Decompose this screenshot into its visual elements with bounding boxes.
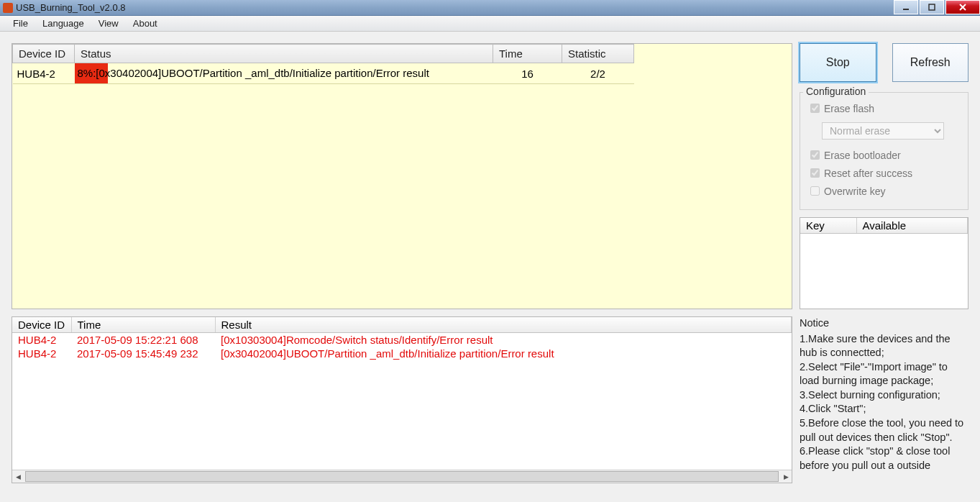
horizontal-scrollbar[interactable]: ◀ ▶	[12, 470, 792, 483]
menu-about[interactable]: About	[126, 16, 165, 32]
log-row[interactable]: HUB4-2 2017-05-09 15:45:49 232 [0x304020…	[12, 347, 792, 360]
device-cell-stat: 2/2	[562, 63, 634, 84]
status-text: 8%:[0x30402004]UBOOT/Partition _aml_dtb/…	[75, 63, 493, 83]
log-table: Device ID Time Result	[12, 317, 792, 333]
key-panel: Key Available	[800, 217, 968, 309]
log-panel: Device ID Time Result HUB4-2 2017-05-09 …	[12, 316, 792, 483]
log-cell-time: 2017-05-09 15:22:21 608	[71, 333, 215, 347]
refresh-button[interactable]: Refresh	[892, 43, 969, 82]
erase-mode-select[interactable]: Normal erase	[822, 122, 944, 140]
device-cell-id: HUB4-2	[13, 63, 75, 84]
device-header-time[interactable]: Time	[493, 45, 562, 63]
erase-flash-input[interactable]	[810, 104, 820, 113]
log-header-result[interactable]: Result	[215, 317, 792, 333]
device-header-id[interactable]: Device ID	[13, 45, 75, 63]
key-header-key[interactable]: Key	[800, 218, 856, 234]
menu-file[interactable]: File	[6, 16, 35, 32]
log-row[interactable]: HUB4-2 2017-05-09 15:22:21 608 [0x103030…	[12, 333, 792, 347]
scroll-thumb[interactable]	[25, 471, 779, 482]
button-row: Stop Refresh	[800, 43, 968, 82]
key-header-available[interactable]: Available	[856, 218, 968, 234]
close-button[interactable]	[945, 0, 980, 14]
log-cell-id: HUB4-2	[12, 333, 71, 347]
notice-line-2: 2.Select "File"-"Import image" to load b…	[800, 360, 968, 388]
overwrite-key-checkbox[interactable]: Overwrite key	[807, 184, 961, 198]
device-cell-status: 8%:[0x30402004]UBOOT/Partition _aml_dtb/…	[75, 63, 493, 84]
overwrite-key-input[interactable]	[810, 186, 820, 196]
erase-flash-label: Erase flash	[824, 103, 874, 114]
notice-line-1: 1.Make sure the devices and the hub is c…	[800, 332, 968, 360]
erase-bootloader-input[interactable]	[810, 150, 820, 160]
left-column: Device ID Status Time Statistic HUB4-2 8…	[12, 43, 792, 490]
scroll-left-icon[interactable]: ◀	[12, 470, 24, 483]
notice-line-3: 3.Select burning configuration;	[800, 388, 968, 403]
stop-button[interactable]: Stop	[800, 43, 876, 82]
title-bar: USB_Burning_Tool_v2.0.8	[0, 0, 980, 16]
log-cell-result: [0x30402004]UBOOT/Partition _aml_dtb/Ini…	[215, 347, 792, 360]
device-header-status[interactable]: Status	[75, 45, 493, 63]
log-header-id[interactable]: Device ID	[12, 317, 71, 333]
scroll-right-icon[interactable]: ▶	[780, 470, 792, 483]
close-icon	[958, 3, 967, 12]
reset-after-checkbox[interactable]: Reset after success	[807, 166, 961, 180]
key-table: Key Available	[800, 218, 968, 234]
configuration-legend: Configuration	[803, 86, 869, 97]
right-column: Stop Refresh Configuration Erase flash N…	[800, 43, 968, 490]
log-header-time[interactable]: Time	[71, 317, 215, 333]
content-area: Device ID Status Time Statistic HUB4-2 8…	[0, 32, 980, 502]
window-buttons	[892, 0, 980, 14]
notice-line-4: 4.Click "Start";	[800, 402, 968, 416]
log-cell-time: 2017-05-09 15:45:49 232	[71, 347, 215, 360]
notice-box: Notice 1.Make sure the devices and the h…	[800, 316, 968, 473]
device-panel: Device ID Status Time Statistic HUB4-2 8…	[12, 43, 792, 309]
svg-rect-1	[929, 4, 935, 10]
app-icon	[3, 3, 13, 13]
reset-after-label: Reset after success	[824, 168, 912, 179]
device-header-stat[interactable]: Statistic	[562, 45, 634, 63]
log-cell-id: HUB4-2	[12, 347, 71, 360]
maximize-button[interactable]	[920, 0, 944, 14]
configuration-group: Configuration Erase flash Normal erase E…	[800, 92, 968, 210]
notice-line-6: 6.Please click "stop" & close tool befor…	[800, 444, 968, 473]
notice-line-5: 5.Before close the tool, you need to pul…	[800, 416, 968, 444]
maximize-icon	[928, 4, 935, 11]
device-row[interactable]: HUB4-2 8%:[0x30402004]UBOOT/Partition _a…	[13, 63, 634, 84]
minimize-button[interactable]	[894, 0, 918, 14]
erase-flash-checkbox[interactable]: Erase flash	[807, 101, 961, 115]
minimize-icon	[902, 4, 910, 11]
menu-language[interactable]: Language	[35, 16, 91, 32]
reset-after-input[interactable]	[810, 168, 820, 178]
overwrite-key-label: Overwrite key	[824, 186, 886, 197]
device-table: Device ID Status Time Statistic HUB4-2 8…	[12, 44, 634, 84]
erase-bootloader-checkbox[interactable]: Erase bootloader	[807, 148, 961, 162]
device-cell-time: 16	[493, 63, 562, 84]
notice-title: Notice	[800, 316, 968, 331]
log-cell-result: [0x10303004]Romcode/Switch status/Identi…	[215, 333, 792, 347]
erase-bootloader-label: Erase bootloader	[824, 150, 901, 161]
menu-view[interactable]: View	[91, 16, 126, 32]
window-title: USB_Burning_Tool_v2.0.8	[16, 2, 126, 13]
menu-bar: File Language View About	[0, 16, 980, 32]
